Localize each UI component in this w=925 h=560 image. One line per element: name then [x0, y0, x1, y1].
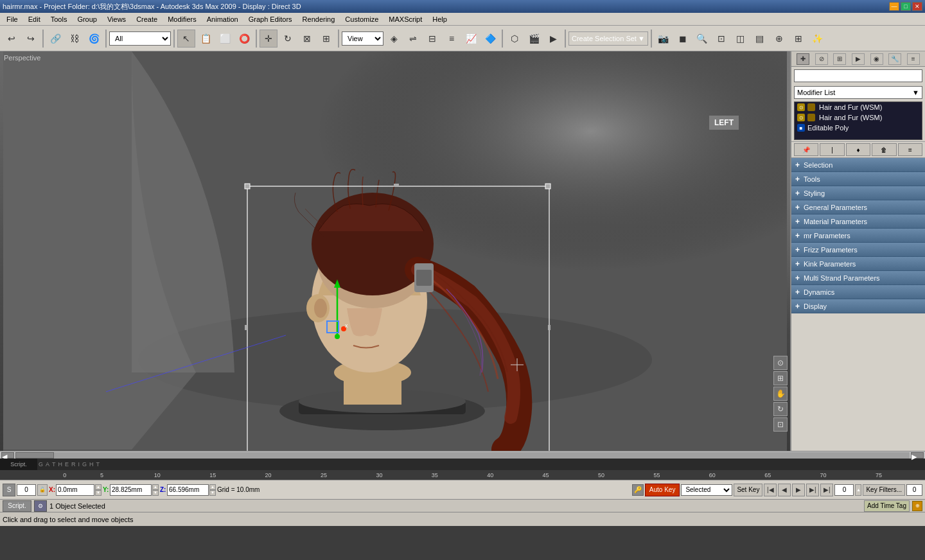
- z-input[interactable]: [167, 484, 209, 496]
- rollout-selection[interactable]: + Selection: [791, 158, 925, 172]
- set-key-button[interactable]: Set Key: [734, 484, 762, 496]
- menu-customize[interactable]: Customize: [340, 13, 383, 25]
- menu-maxscript[interactable]: MAXScript: [383, 13, 427, 25]
- anim-next-frame[interactable]: ▶|: [806, 484, 819, 496]
- y-spin-down[interactable]: ▼: [152, 490, 159, 496]
- extra-icon[interactable]: ≡: [907, 53, 920, 65]
- arc-rotate-button[interactable]: ↻: [773, 402, 788, 416]
- auto-key-button[interactable]: Auto Key: [645, 484, 680, 496]
- render-scene-button[interactable]: 🎬: [525, 30, 543, 48]
- rollout-dynamics[interactable]: + Dynamics: [791, 285, 925, 299]
- use-pivot-point-button[interactable]: ◈: [385, 30, 403, 48]
- create-tab[interactable]: ✚: [797, 53, 809, 65]
- menu-create[interactable]: Create: [131, 13, 163, 25]
- rollout-kink-params[interactable]: + Kink Parameters: [791, 257, 925, 271]
- status-icon[interactable]: ⚙: [34, 500, 47, 512]
- pan-view-button[interactable]: ✋: [773, 387, 788, 401]
- select-manipulate-button[interactable]: ⊞: [317, 30, 335, 48]
- z-spin-down[interactable]: ▼: [209, 490, 216, 496]
- utilities-tab[interactable]: 🔧: [888, 53, 901, 65]
- x-input[interactable]: [56, 484, 94, 496]
- rollout-frizz-params[interactable]: + Frizz Parameters: [791, 243, 925, 257]
- pin-stack-button[interactable]: 📌: [794, 143, 818, 156]
- select-rotate-button[interactable]: ↻: [279, 30, 297, 48]
- rendering-effects-button[interactable]: ✨: [809, 30, 827, 48]
- menu-help[interactable]: Help: [427, 13, 452, 25]
- zoom-region-button[interactable]: ⊞: [773, 371, 788, 385]
- show-end-result-button[interactable]: |: [820, 143, 844, 156]
- configure-modifier-sets-button[interactable]: ≡: [898, 143, 922, 156]
- select-link-button[interactable]: 🔗: [46, 30, 64, 48]
- make-unique-button[interactable]: ♦: [846, 143, 870, 156]
- toggle-grid-button[interactable]: ⊞: [789, 30, 807, 48]
- zoom-extents-button[interactable]: ⊙: [773, 356, 788, 370]
- anim-prev-frame[interactable]: ◀: [778, 484, 791, 496]
- scrollbar-thumb[interactable]: [15, 452, 54, 459]
- maximize-button[interactable]: □: [901, 2, 911, 11]
- x-spin-down[interactable]: ▼: [95, 490, 101, 496]
- circular-select-button[interactable]: ⭕: [235, 30, 253, 48]
- current-frame-field[interactable]: [834, 484, 854, 496]
- menu-rendering[interactable]: Rendering: [297, 13, 340, 25]
- modifier-stack[interactable]: ⊙ Hair and Fur (WSM) ⊙ Hair and Fur (WSM…: [794, 101, 922, 140]
- scrollbar-left-arrow[interactable]: ◀: [1, 452, 14, 459]
- layer-display-button[interactable]: ◫: [732, 30, 750, 48]
- modifier-item-hair-fur-1[interactable]: ⊙ Hair and Fur (WSM): [795, 102, 922, 112]
- menu-tools[interactable]: Tools: [46, 13, 73, 25]
- key-filters-button[interactable]: Key Filters...: [863, 484, 905, 496]
- x-spin-up[interactable]: ▲: [95, 484, 101, 490]
- horizontal-scrollbar[interactable]: ◀ ▶: [0, 451, 925, 459]
- key-lock-icon[interactable]: 🔑: [632, 484, 644, 496]
- selection-filter-dropdown[interactable]: All Geometry Shapes Lights Cameras Helpe…: [109, 31, 171, 46]
- align-button[interactable]: ⊟: [423, 30, 441, 48]
- schematic-view-button[interactable]: 🔷: [481, 30, 499, 48]
- menu-edit[interactable]: Edit: [23, 13, 46, 25]
- menu-graph-editors[interactable]: Graph Editors: [243, 13, 297, 25]
- modifier-item-editable-poly[interactable]: ■ Editable Poly: [795, 123, 922, 133]
- undo-button[interactable]: ↩: [3, 30, 21, 48]
- quick-render-button[interactable]: ▶: [544, 30, 562, 48]
- hierarchy-tab[interactable]: ⊞: [833, 53, 846, 65]
- y-spin-up[interactable]: ▲: [152, 484, 159, 490]
- bind-space-warp-button[interactable]: 🌀: [85, 30, 103, 48]
- motion-tab[interactable]: ▶: [852, 53, 865, 65]
- y-input[interactable]: [110, 484, 152, 496]
- add-time-tag-icon[interactable]: ⊕: [912, 501, 922, 511]
- rollout-general-params[interactable]: + General Parameters: [791, 200, 925, 214]
- add-time-tag-button[interactable]: Add Time Tag: [864, 500, 910, 512]
- curve-editor-button[interactable]: 📈: [462, 30, 480, 48]
- anim-first-frame[interactable]: |◀: [764, 484, 777, 496]
- rollout-material-params[interactable]: + Material Parameters: [791, 214, 925, 229]
- use-selection-button[interactable]: ◼: [674, 30, 692, 48]
- mini-script-button[interactable]: S: [3, 484, 15, 496]
- menu-modifiers[interactable]: Modifiers: [163, 13, 202, 25]
- rectangular-select-button[interactable]: ⬜: [216, 30, 234, 48]
- reference-coord-dropdown[interactable]: View Screen World Local Gimbal Grid Pick: [342, 31, 383, 46]
- material-editor-button[interactable]: ⬡: [506, 30, 524, 48]
- menu-views[interactable]: Views: [102, 13, 131, 25]
- select-scale-button[interactable]: ⊠: [298, 30, 316, 48]
- menu-animation[interactable]: Animation: [202, 13, 243, 25]
- modifier-item-hair-fur-2[interactable]: ⊙ Hair and Fur (WSM): [795, 112, 922, 123]
- display-tab[interactable]: ◉: [870, 53, 883, 65]
- frame-up-button[interactable]: ▲: [855, 484, 861, 496]
- rollout-tools[interactable]: + Tools: [791, 172, 925, 186]
- display-floater-button[interactable]: ⊡: [712, 30, 730, 48]
- select-move-button[interactable]: ✛: [260, 30, 278, 48]
- mirror-button[interactable]: ⇌: [404, 30, 422, 48]
- scrollbar-track[interactable]: [15, 452, 910, 459]
- close-button[interactable]: ✕: [912, 2, 922, 11]
- modify-tab[interactable]: ⊘: [815, 53, 828, 65]
- snapshot-button[interactable]: 📷: [655, 30, 673, 48]
- object-name-field[interactable]: 01: [794, 69, 922, 82]
- anim-play[interactable]: ▶: [792, 484, 805, 496]
- create-selection-set-button[interactable]: Create Selection Set ▼: [568, 31, 648, 46]
- rollout-display[interactable]: + Display: [791, 299, 925, 313]
- frame-lock-button[interactable]: 🔓: [37, 484, 48, 496]
- viewport[interactable]: Perspective: [0, 51, 790, 451]
- anim-last-frame[interactable]: ▶|: [820, 484, 833, 496]
- redo-button[interactable]: ↪: [22, 30, 40, 48]
- layer-manager-button[interactable]: ≡: [443, 30, 461, 48]
- rollout-multi-strand[interactable]: + Multi Strand Parameters: [791, 271, 925, 285]
- unlink-selection-button[interactable]: ⛓: [66, 30, 84, 48]
